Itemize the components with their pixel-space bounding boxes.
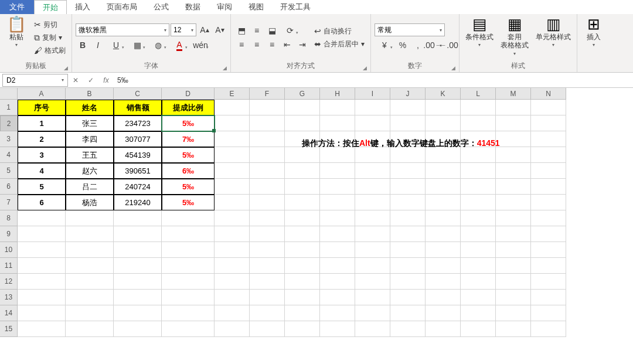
- cell-N4[interactable]: [531, 147, 566, 163]
- cell-I14[interactable]: [355, 305, 390, 321]
- cell-D7[interactable]: 5‰: [162, 195, 215, 210]
- cell-J13[interactable]: [390, 290, 426, 305]
- cell-F5[interactable]: [250, 163, 285, 179]
- cell-F7[interactable]: [250, 195, 285, 210]
- cell-K13[interactable]: [426, 290, 461, 305]
- cell-E13[interactable]: [215, 290, 250, 305]
- cell-N5[interactable]: [531, 163, 566, 179]
- column-header-G[interactable]: G: [285, 88, 320, 100]
- cell-C1[interactable]: 销售额: [114, 100, 162, 115]
- cell-C2[interactable]: 234723: [114, 115, 162, 131]
- column-header-J[interactable]: J: [390, 88, 426, 100]
- column-header-C[interactable]: C: [114, 88, 162, 100]
- cell-styles-button[interactable]: ▥单元格样式▾: [533, 15, 573, 60]
- cell-B2[interactable]: 张三: [66, 115, 114, 131]
- column-header-A[interactable]: A: [18, 88, 66, 100]
- underline-button[interactable]: U: [106, 39, 126, 52]
- cell-C8[interactable]: [114, 210, 162, 226]
- cell-K9[interactable]: [426, 226, 461, 242]
- row-header-7[interactable]: 7: [0, 195, 18, 210]
- cell-G11[interactable]: [285, 258, 320, 274]
- cell-M1[interactable]: [496, 100, 531, 115]
- cell-I9[interactable]: [355, 226, 390, 242]
- cell-B3[interactable]: 李四: [66, 131, 114, 147]
- align-bottom-button[interactable]: ⬓: [265, 24, 279, 37]
- column-header-N[interactable]: N: [531, 88, 566, 100]
- cell-N6[interactable]: [531, 179, 566, 195]
- merge-center-button[interactable]: ⬌合并后居中▾: [312, 38, 367, 50]
- cell-J9[interactable]: [390, 226, 426, 242]
- cell-M6[interactable]: [496, 179, 531, 195]
- cell-B12[interactable]: [66, 274, 114, 290]
- italic-button[interactable]: I: [91, 39, 105, 52]
- cell-A14[interactable]: [18, 305, 66, 321]
- cell-I12[interactable]: [355, 274, 390, 290]
- cell-K11[interactable]: [426, 258, 461, 274]
- row-header-10[interactable]: 10: [0, 242, 18, 258]
- cell-G2[interactable]: [285, 115, 320, 131]
- row-header-6[interactable]: 6: [0, 179, 18, 195]
- cell-M5[interactable]: [496, 163, 531, 179]
- row-header-5[interactable]: 5: [0, 163, 18, 179]
- tab-formula[interactable]: 公式: [145, 0, 177, 14]
- cell-H13[interactable]: [320, 290, 355, 305]
- border-button[interactable]: ▦: [127, 39, 147, 52]
- cell-G1[interactable]: [285, 100, 320, 115]
- cell-M9[interactable]: [496, 226, 531, 242]
- align-top-button[interactable]: ⬒: [234, 24, 249, 37]
- cell-B14[interactable]: [66, 305, 114, 321]
- indent-decrease-button[interactable]: ⇤: [280, 38, 294, 51]
- tab-file[interactable]: 文件: [0, 0, 34, 14]
- cell-N15[interactable]: [531, 321, 566, 337]
- cell-B8[interactable]: [66, 210, 114, 226]
- cell-K14[interactable]: [426, 305, 461, 321]
- cell-F10[interactable]: [250, 242, 285, 258]
- align-left-button[interactable]: ≡: [234, 38, 249, 51]
- currency-button[interactable]: ¥: [375, 39, 394, 52]
- cell-A2[interactable]: 1: [18, 115, 66, 131]
- cell-K4[interactable]: [426, 147, 461, 163]
- cell-C12[interactable]: [114, 274, 162, 290]
- cell-L15[interactable]: [461, 321, 496, 337]
- cell-L9[interactable]: [461, 226, 496, 242]
- column-header-I[interactable]: I: [355, 88, 390, 100]
- font-name-select[interactable]: 微软雅黑▾: [76, 23, 169, 36]
- cancel-formula-button[interactable]: ✕: [68, 76, 83, 84]
- cell-J1[interactable]: [390, 100, 426, 115]
- cell-B13[interactable]: [66, 290, 114, 305]
- cell-J7[interactable]: [390, 195, 426, 210]
- cell-H7[interactable]: [320, 195, 355, 210]
- cell-A7[interactable]: 6: [18, 195, 66, 210]
- cell-I2[interactable]: [355, 115, 390, 131]
- cell-K6[interactable]: [426, 179, 461, 195]
- cell-I15[interactable]: [355, 321, 390, 337]
- column-header-K[interactable]: K: [426, 88, 461, 100]
- column-header-M[interactable]: M: [496, 88, 531, 100]
- cell-A4[interactable]: 3: [18, 147, 66, 163]
- align-right-button[interactable]: ≡: [265, 38, 279, 51]
- phonetic-button[interactable]: wén: [190, 39, 210, 52]
- cell-J5[interactable]: [390, 163, 426, 179]
- cell-B1[interactable]: 姓名: [66, 100, 114, 115]
- increase-font-button[interactable]: A▴: [198, 23, 212, 36]
- cell-M7[interactable]: [496, 195, 531, 210]
- cell-J15[interactable]: [390, 321, 426, 337]
- cell-A9[interactable]: [18, 226, 66, 242]
- cut-button[interactable]: ✂剪切: [32, 19, 68, 30]
- cell-F15[interactable]: [250, 321, 285, 337]
- number-format-select[interactable]: 常规▾: [375, 23, 445, 36]
- cell-H6[interactable]: [320, 179, 355, 195]
- cell-L4[interactable]: [461, 147, 496, 163]
- cell-B4[interactable]: 王五: [66, 147, 114, 163]
- cell-E5[interactable]: [215, 163, 250, 179]
- cell-J6[interactable]: [390, 179, 426, 195]
- percent-button[interactable]: %: [396, 39, 410, 52]
- cell-M8[interactable]: [496, 210, 531, 226]
- cell-D14[interactable]: [162, 305, 215, 321]
- confirm-formula-button[interactable]: ✓: [83, 76, 98, 84]
- row-header-8[interactable]: 8: [0, 210, 18, 226]
- cell-I4[interactable]: [355, 147, 390, 163]
- cell-K8[interactable]: [426, 210, 461, 226]
- cell-D3[interactable]: 7‰: [162, 131, 215, 147]
- cell-G7[interactable]: [285, 195, 320, 210]
